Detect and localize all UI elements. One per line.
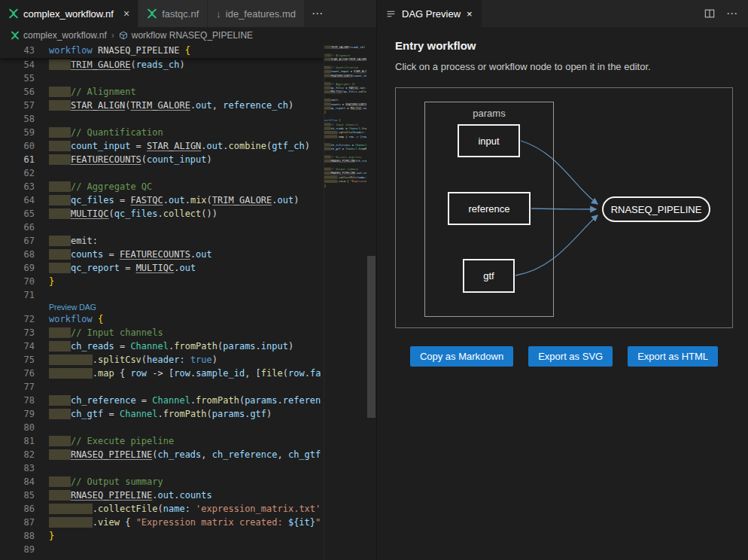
code-line-56[interactable]: 56 // Alignment [0,85,324,99]
dag-node-rnaseq-pipeline[interactable]: RNASEQ_PIPELINE [602,196,710,222]
code-line-87[interactable]: 87 .view { "Expression matrix created: $… [0,516,324,529]
line-number[interactable]: 84 [0,475,35,488]
close-icon[interactable]: × [123,8,129,19]
code-line-81[interactable]: 81 // Execute pipeline [0,434,324,448]
code-line-89[interactable]: 89 [0,543,324,556]
code-line-63[interactable]: 63 // Aggregate QC [0,180,324,193]
line-number[interactable]: 71 [0,288,35,302]
tab-dag-preview[interactable]: DAG Preview × [377,0,482,27]
line-number[interactable]: 88 [0,529,35,543]
line-number[interactable]: 79 [0,407,35,421]
code-line-text[interactable]: RNASEQ_PIPELINE.out.counts [49,488,212,502]
dag-node-gtf[interactable]: gtf [463,259,515,293]
code-line-71[interactable]: 71 [0,288,324,302]
code-line-62[interactable]: 62 [0,166,324,180]
line-number[interactable]: 58 [0,112,35,126]
code-line-text[interactable]: .map { row -> [row.sample_id, [file(row.… [49,367,321,380]
code-line-text[interactable]: // Execute pipeline [49,434,174,448]
line-number[interactable]: 80 [0,421,35,434]
line-number[interactable]: 63 [0,180,35,193]
code-line-text[interactable]: } [49,529,54,543]
code-line-84[interactable]: 84 // Output summary [0,475,324,488]
line-number[interactable]: 68 [0,248,35,261]
line-number[interactable]: 83 [0,461,35,475]
code-line-85[interactable]: 85 RNASEQ_PIPELINE.out.counts [0,488,324,502]
code-line-69[interactable]: 69 qc_report = MULTIQC.out [0,261,324,275]
line-number[interactable]: 60 [0,139,35,153]
code-line-text[interactable]: emit: [49,234,98,248]
code-line-43[interactable]: 43workflow RNASEQ_PIPELINE { [0,44,324,57]
code-line-76[interactable]: 76 .map { row -> [row.sample_id, [file(r… [0,367,324,380]
codelens-preview-dag[interactable]: Preview DAG [0,302,324,312]
code-line-86[interactable]: 86 .collectFile(name: 'expression_matrix… [0,502,324,516]
code-line-text[interactable]: TRIM_GALORE(reads_ch) [49,58,185,72]
code-line-text[interactable]: .splitCsv(header: true) [49,353,217,367]
code-line-65[interactable]: 65 MULTIQC(qc_files.collect()) [0,207,324,221]
code-line-text[interactable]: count_input = STAR_ALIGN.out.combine(gtf… [49,139,310,153]
line-number[interactable]: 54 [0,58,35,72]
code-line-54[interactable]: 54 TRIM_GALORE(reads_ch) [0,58,324,72]
code-line-text[interactable]: .collectFile(name: 'expression_matrix.tx… [49,502,321,516]
breadcrumb-symbol[interactable]: workflow RNASEQ_PIPELINE [119,30,253,41]
line-number[interactable]: 62 [0,166,35,180]
close-icon[interactable]: × [467,8,473,20]
export-as-html-button[interactable]: Export as HTML [628,346,718,367]
code-line-text[interactable]: qc_files = FASTQC.out.mix(TRIM_GALORE.ou… [49,193,299,207]
code-line-78[interactable]: 78 ch_reference = Channel.fromPath(param… [0,394,324,407]
copy-as-markdown-button[interactable]: Copy as Markdown [410,346,513,367]
code-line-55[interactable]: 55 [0,72,324,85]
code-line-68[interactable]: 68 counts = FEATURECOUNTS.out [0,248,324,261]
line-number[interactable]: 72 [0,312,35,326]
dag-node-input[interactable]: input [458,124,520,157]
line-number[interactable]: 55 [0,72,35,85]
split-editor-icon[interactable] [704,8,715,19]
code-line-83[interactable]: 83 [0,461,324,475]
code-line-text[interactable]: workflow { [49,312,103,326]
code-line-80[interactable]: 80 [0,421,324,434]
line-number[interactable]: 43 [0,44,35,57]
line-number[interactable]: 61 [0,153,35,166]
tab-complex-workflow-nf[interactable]: complex_workflow.nf × [0,0,138,27]
line-number[interactable]: 73 [0,326,35,339]
code-line-73[interactable]: 73 // Input channels [0,326,324,339]
code-line-text[interactable]: ch_gtf = Channel.fromPath(params.gtf) [49,407,272,421]
code-line-text[interactable]: // Aggregate QC [49,180,152,193]
line-number[interactable]: 56 [0,85,35,99]
line-number[interactable]: 64 [0,193,35,207]
line-number[interactable]: 82 [0,448,35,461]
code-line-64[interactable]: 64 qc_files = FASTQC.out.mix(TRIM_GALORE… [0,193,324,207]
code-line-text[interactable]: workflow RNASEQ_PIPELINE { [49,44,190,57]
line-number[interactable]: 77 [0,380,35,394]
code-line-text[interactable]: .view { "Expression matrix created: ${it… [49,516,321,529]
line-number[interactable]: 89 [0,543,35,556]
code-line-text[interactable]: // Input channels [49,326,163,339]
code-line-61[interactable]: 61 FEATURECOUNTS(count_input) [0,153,324,166]
line-number[interactable]: 86 [0,502,35,516]
line-number[interactable]: 76 [0,367,35,380]
code-line-text[interactable]: ch_reference = Channel.fromPath(params.r… [49,394,321,407]
line-number[interactable]: 67 [0,234,35,248]
line-number[interactable]: 69 [0,261,35,275]
code-line-88[interactable]: 88} [0,529,324,543]
code-line-58[interactable]: 58 [0,112,324,126]
code-line-text[interactable]: FEATURECOUNTS(count_input) [49,153,212,166]
line-number[interactable]: 66 [0,221,35,234]
code-line-text[interactable]: // Output summary [49,475,163,488]
code-line-text[interactable]: // Alignment [49,85,136,99]
breadcrumb-file[interactable]: complex_workflow.nf [11,30,107,41]
line-number[interactable]: 78 [0,394,35,407]
code-line-70[interactable]: 70} [0,275,324,288]
code-line-77[interactable]: 77 [0,380,324,394]
code-line-57[interactable]: 57 STAR_ALIGN(TRIM_GALORE.out, reference… [0,99,324,112]
tab-overflow-button[interactable]: ⋯ [305,0,330,27]
line-number[interactable]: 85 [0,488,35,502]
code-line-text[interactable]: MULTIQC(qc_files.collect()) [49,207,217,221]
minimap[interactable]: TRIM_GALORE(reads_ch) // Alignment STAR_… [324,45,366,560]
line-number[interactable]: 74 [0,339,35,353]
line-number[interactable]: 87 [0,516,35,529]
code-line-text[interactable]: ch_reads = Channel.fromPath(params.input… [49,339,293,353]
code-line-text[interactable]: // Quantification [49,126,163,139]
line-number[interactable]: 81 [0,434,35,448]
line-number[interactable]: 57 [0,99,35,112]
scrollbar-thumb[interactable] [367,256,376,418]
